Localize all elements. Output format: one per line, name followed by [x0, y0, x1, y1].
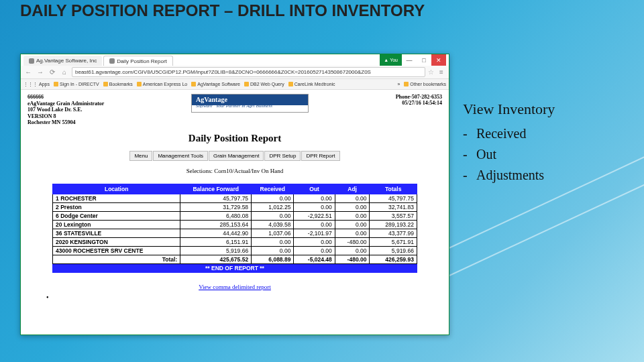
- table-row[interactable]: 6 Dodge Center6,480.080.00-2,922.510.003…: [53, 211, 417, 220]
- dpr-table: LocationBalance ForwardReceivedOutAdjTot…: [52, 184, 417, 273]
- forward-button[interactable]: →: [36, 68, 45, 77]
- col-header: Received: [252, 184, 294, 194]
- menu-button[interactable]: ≡: [437, 68, 446, 77]
- table-row[interactable]: 2 Preston31,729.581,012.250.000.0032,741…: [53, 202, 417, 211]
- browser-tab-active[interactable]: Daily Position Report: [103, 56, 173, 66]
- menu-button-grain-mgmt[interactable]: Grain Management: [209, 151, 264, 161]
- folder-icon: [404, 82, 409, 86]
- side-item: Adjustments: [463, 165, 555, 186]
- apps-button[interactable]: ⋮⋮⋮ Apps: [23, 82, 50, 87]
- side-item: Received: [463, 123, 555, 144]
- bookmark[interactable]: AgVantage Software: [191, 82, 240, 86]
- page-content: 666666 eAgVantage Grain Administrator 10…: [21, 90, 449, 294]
- side-item: Out: [463, 144, 555, 165]
- bookmark[interactable]: Bookmarks: [103, 82, 133, 86]
- url-field[interactable]: beast61.agvantage.com/CGIV8/U5CGIDP12.PG…: [72, 67, 425, 77]
- back-button[interactable]: ←: [23, 68, 33, 77]
- table-row[interactable]: 20 Lexington285,153.644,039.580.000.0028…: [53, 220, 417, 229]
- page-icon: [244, 82, 249, 86]
- side-heading: View Inventory: [463, 101, 555, 118]
- tab-label: Ag.Vantage Software, Inc: [36, 58, 97, 64]
- maximize-button[interactable]: □: [417, 54, 431, 66]
- end-of-report-row: ** END OF REPORT **: [53, 263, 417, 272]
- overflow-chevron-icon[interactable]: »: [397, 82, 400, 86]
- other-bookmarks[interactable]: Other bookmarks: [404, 82, 446, 86]
- report-title: Daily Position Report: [28, 133, 442, 144]
- total-row: Total:425,675.526,088.89-5,024.48-480.00…: [53, 255, 417, 263]
- page-icon: [191, 82, 196, 86]
- close-button[interactable]: ✕: [431, 54, 446, 66]
- company-block: 666666 eAgVantage Grain Administrator 10…: [28, 94, 104, 126]
- table-row[interactable]: 36 STATESVILLE44,442.901,037.06-2,101.97…: [53, 229, 417, 237]
- folder-icon: [103, 82, 108, 86]
- browser-tab[interactable]: Ag.Vantage Software, Inc: [23, 56, 102, 66]
- menu-button-menu[interactable]: Menu: [129, 151, 152, 161]
- phone-timestamp: Phone-507-282-6353 05/27/16 14:54:14: [396, 94, 442, 106]
- menu-button-mgmt-tools[interactable]: Management Tools: [153, 151, 207, 161]
- page-icon: [54, 82, 58, 86]
- col-header: Adj: [335, 184, 370, 194]
- report-menu-bar: Menu Management Tools Grain Management D…: [28, 151, 442, 161]
- bookmark[interactable]: Sign In - DIRECTV: [54, 82, 99, 86]
- bullet-dot: •: [46, 294, 49, 301]
- favicon-icon: [109, 58, 115, 64]
- bookmark-star-icon[interactable]: ☆: [428, 68, 434, 76]
- page-icon: [288, 82, 293, 86]
- table-row[interactable]: 43000 ROCHESTER SRV CENTE5,919.660.000.0…: [53, 246, 417, 255]
- browser-window: Ag.Vantage Software, Inc Daily Position …: [20, 54, 449, 335]
- favicon-icon: [29, 58, 34, 64]
- side-notes: View Inventory Received Out Adjustments: [463, 101, 555, 186]
- bookmark[interactable]: American Express Lo: [137, 82, 188, 86]
- bookmark[interactable]: CareLink Medtronic: [288, 82, 335, 86]
- col-header: Out: [294, 184, 335, 194]
- csv-link[interactable]: View comma delimited report: [28, 284, 442, 290]
- table-row[interactable]: 1 ROCHESTER45,797.750.000.000.0045,797.7…: [53, 194, 417, 202]
- reload-button[interactable]: ⟳: [48, 68, 57, 77]
- menu-button-dpr-report[interactable]: DPR Report: [301, 151, 339, 161]
- col-header: Location: [53, 184, 180, 194]
- col-header: Balance Forward: [180, 184, 252, 194]
- col-header: Totals: [370, 184, 417, 194]
- selections-text: Selections: Corn10/Actual/Inv On Hand: [28, 168, 442, 174]
- minimize-button[interactable]: —: [402, 54, 417, 66]
- slide-title: DAILY POSITION REPORT – DRILL INTO INVEN…: [20, 1, 425, 20]
- bookmarks-bar: ⋮⋮⋮ Apps Sign In - DIRECTV Bookmarks Ame…: [21, 79, 449, 90]
- home-button[interactable]: ⌂: [60, 68, 69, 77]
- menu-button-dpr-setup[interactable]: DPR Setup: [264, 151, 301, 161]
- page-icon: [137, 82, 142, 86]
- titlebar: Ag.Vantage Software, Inc Daily Position …: [21, 54, 449, 66]
- bookmark[interactable]: DB2 Web Query: [244, 82, 284, 86]
- address-bar: ← → ⟳ ⌂ beast61.agvantage.com/CGIV8/U5CG…: [21, 66, 449, 79]
- table-row[interactable]: 2020 KENSINGTON6,151.910.000.00-480.005,…: [53, 237, 417, 246]
- you-badge[interactable]: ▲ You: [380, 54, 402, 66]
- agvantage-logo: AgVantage Software Your Partner in Agri …: [191, 94, 309, 113]
- tab-label: Daily Position Report: [117, 58, 167, 64]
